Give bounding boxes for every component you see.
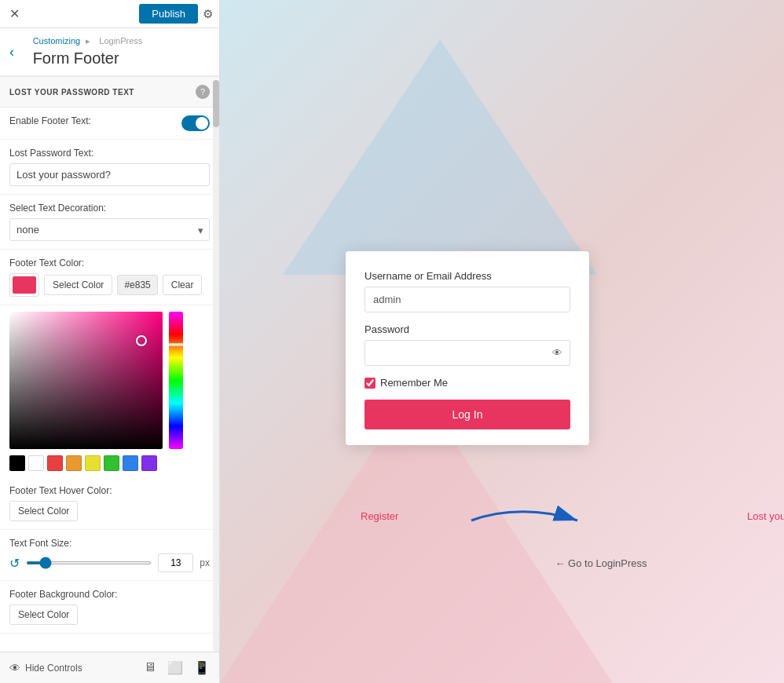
footer-text-color-control: Footer Text Color: Select Color #e835 Cl… <box>0 250 219 305</box>
help-icon[interactable]: ? <box>196 85 210 99</box>
remember-label: Remember Me <box>380 377 448 389</box>
swatch-black[interactable] <box>9 455 25 471</box>
go-to-loginpress[interactable]: ← Go to LoginPress <box>342 557 784 569</box>
password-input[interactable] <box>365 340 570 366</box>
swatch-green[interactable] <box>104 455 119 471</box>
right-panel: Username or Email Address Password 👁 Rem… <box>220 0 784 683</box>
username-label: Username or Email Address <box>365 270 570 282</box>
section-header-label: LOST YOUR PASSWORD TEXT <box>9 88 134 97</box>
remember-row: Remember Me <box>365 377 570 389</box>
swatch-blue[interactable] <box>123 455 138 471</box>
slider-row: ↺ px <box>9 553 210 572</box>
bg-color-row: Select Color <box>9 604 210 625</box>
bg-color-control: Footer Background Color: Select Color <box>0 581 219 634</box>
enable-footer-toggle[interactable] <box>181 115 210 131</box>
hover-color-control: Footer Text Hover Color: Select Color <box>0 477 219 530</box>
footer-text-color-label: Footer Text Color: <box>9 257 210 268</box>
hover-color-row: Select Color <box>9 501 210 521</box>
breadcrumb-parent[interactable]: Customizing <box>33 36 81 46</box>
color-hex-badge: #e835 <box>117 275 157 295</box>
hide-controls-label: Hide Controls <box>25 663 82 674</box>
back-button[interactable]: ‹ <box>9 44 14 60</box>
password-field: 👁 <box>365 340 570 377</box>
px-label: px <box>200 557 210 568</box>
swatch-white[interactable] <box>28 455 44 471</box>
remember-checkbox[interactable] <box>365 378 376 389</box>
enable-footer-row: Enable Footer Text: <box>9 115 210 131</box>
swatch-purple[interactable] <box>141 455 157 471</box>
desktop-icon[interactable]: 🖥 <box>144 660 156 675</box>
eye-toggle-icon[interactable]: 👁 <box>552 347 562 359</box>
bg-select-color-button[interactable]: Select Color <box>9 604 78 625</box>
left-panel: ✕ Publish ⚙ ‹ Customizing ▸ LoginPress F… <box>0 0 220 683</box>
login-footer: Register Lost your password? <box>342 510 784 522</box>
login-button[interactable]: Log In <box>365 400 570 429</box>
hide-controls-button[interactable]: 👁 Hide Controls <box>9 662 82 674</box>
swatches-row <box>9 455 210 471</box>
top-bar: ✕ Publish ⚙ <box>0 0 219 28</box>
login-card: Username or Email Address Password 👁 Rem… <box>346 251 589 445</box>
color-strip[interactable] <box>169 312 183 449</box>
strip-indicator <box>169 343 183 346</box>
breadcrumb: Customizing ▸ LoginPress <box>33 36 146 46</box>
color-swatch-button[interactable] <box>9 273 39 297</box>
text-decoration-select[interactable]: none underline overline line-through <box>9 218 210 241</box>
lost-password-input[interactable] <box>9 163 210 186</box>
clear-button[interactable]: Clear <box>163 275 203 295</box>
eye-icon: 👁 <box>9 662 20 674</box>
text-decoration-wrapper: none underline overline line-through <box>9 218 210 241</box>
section-header: LOST YOUR PASSWORD TEXT ? <box>0 76 219 108</box>
hover-color-label: Footer Text Hover Color: <box>9 485 210 496</box>
color-gradient[interactable] <box>9 312 163 449</box>
publish-button[interactable]: Publish <box>139 4 198 24</box>
lost-password-label: Lost Password Text: <box>9 148 210 159</box>
font-size-label: Text Font Size: <box>9 538 210 549</box>
mobile-icon[interactable]: 📱 <box>194 660 210 675</box>
font-size-input[interactable] <box>158 553 193 572</box>
enable-footer-label: Enable Footer Text: <box>9 115 91 126</box>
text-decoration-control: Select Text Decoration: none underline o… <box>0 195 219 250</box>
font-size-control: Text Font Size: ↺ px <box>0 530 219 581</box>
lost-password-control: Lost Password Text: <box>0 140 219 195</box>
strip-gradient <box>169 312 183 449</box>
hover-select-color-button[interactable]: Select Color <box>9 501 78 521</box>
settings-button[interactable]: ⚙ <box>203 7 213 21</box>
swatch-red[interactable] <box>47 455 63 471</box>
close-button[interactable]: ✕ <box>6 3 23 24</box>
footer-text-color-row: Select Color #e835 Clear <box>9 273 210 297</box>
color-picker-area <box>0 305 219 477</box>
triangle-decoration-1 <box>283 39 597 275</box>
username-input[interactable] <box>365 287 570 312</box>
publish-area: Publish ⚙ <box>139 4 213 24</box>
color-swatch <box>13 276 36 294</box>
breadcrumb-area: ‹ Customizing ▸ LoginPress Form Footer <box>0 28 219 76</box>
bottom-icons: 🖥 ⬜ 📱 <box>144 660 210 675</box>
breadcrumb-separator: ▸ <box>86 36 90 46</box>
panel-scroll[interactable]: LOST YOUR PASSWORD TEXT ? Enable Footer … <box>0 76 219 652</box>
bottom-bar: 👁 Hide Controls 🖥 ⬜ 📱 <box>0 652 219 683</box>
enable-footer-control: Enable Footer Text: <box>0 108 219 140</box>
swatch-orange[interactable] <box>66 455 82 471</box>
font-size-slider[interactable] <box>26 561 152 564</box>
page-title: Form Footer <box>33 49 146 68</box>
reset-icon[interactable]: ↺ <box>9 556 20 571</box>
breadcrumb-current: LoginPress <box>99 36 142 46</box>
text-decoration-label: Select Text Decoration: <box>9 203 210 214</box>
lost-password-link[interactable]: Lost your password? <box>747 510 784 522</box>
register-link[interactable]: Register <box>361 510 398 522</box>
select-color-button[interactable]: Select Color <box>44 275 112 295</box>
color-picker-main <box>9 312 210 449</box>
swatch-yellow[interactable] <box>85 455 101 471</box>
tablet-icon[interactable]: ⬜ <box>167 660 183 675</box>
bg-color-label: Footer Background Color: <box>9 589 210 600</box>
password-label: Password <box>365 323 570 335</box>
